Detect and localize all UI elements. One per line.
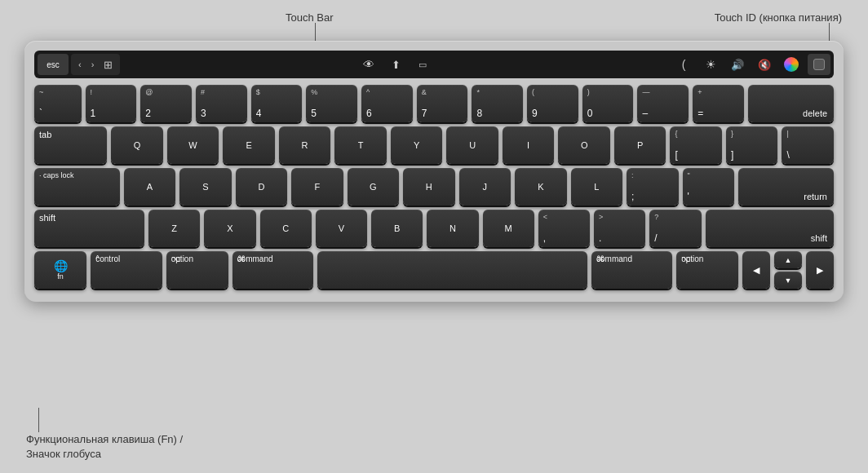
key-tab[interactable]: tab [34,126,107,164]
key-2[interactable]: @ 2 [140,85,192,122]
touchbar-label: Touch Bar [286,11,334,24]
key-5[interactable]: % 5 [306,85,357,122]
key-0[interactable]: ) 0 [582,85,634,122]
key-arrow-down[interactable]: ▼ [774,272,802,289]
key-g[interactable]: G [348,168,399,206]
key-command-right[interactable]: ⌘ command [591,251,672,289]
key-option-right[interactable]: ⌥ option [676,251,738,289]
key-arrow-right[interactable]: ▶ [806,251,834,289]
key-rows: ~ ` ! 1 @ 2 # 3 $ 4 % 5 [34,85,834,289]
key-w[interactable]: W [167,126,219,164]
fn-callout-line [38,408,39,432]
key-h[interactable]: H [403,168,454,206]
key-8[interactable]: * 8 [472,85,523,122]
key-period[interactable]: > . [594,210,645,247]
key-b[interactable]: B [371,210,423,247]
key-7[interactable]: & 7 [417,85,468,122]
touchbar-screen[interactable]: ▭ [410,54,435,75]
key-a[interactable]: A [124,168,175,206]
key-arrow-updown: ▲ ▼ [774,251,802,289]
key-r[interactable]: R [279,126,331,164]
key-shift-right[interactable]: shift [706,210,835,247]
touchbar-forward[interactable]: › [87,55,99,73]
siri-icon [784,57,799,72]
key-bracket-open[interactable]: { [ [670,126,722,164]
key-c[interactable]: C [260,210,312,247]
key-option-left[interactable]: ⌥ option [166,251,228,289]
key-f[interactable]: F [291,168,343,206]
touchid-label: Touch ID (кнопка питания) [715,11,842,24]
key-minus[interactable]: — – [637,85,689,122]
row-asdf: · caps lock A S D F G H J K L : ; " ' re… [34,168,834,206]
key-arrow-left[interactable]: ◀ [742,251,770,289]
key-capslock[interactable]: · caps lock [34,168,120,206]
touchbar-volume[interactable]: 🔊 [725,54,750,75]
key-delete[interactable]: delete [748,85,834,122]
touch-id-icon [813,59,825,70]
touchbar-share[interactable]: ⬆ [383,54,408,75]
key-s[interactable]: S [179,168,231,206]
key-6[interactable]: ^ 6 [361,85,413,122]
key-o[interactable]: O [558,126,610,164]
key-v[interactable]: V [316,210,367,247]
key-i[interactable]: I [503,126,555,164]
touchbar-back[interactable]: ‹ [74,55,86,73]
key-1[interactable]: ! 1 [86,85,137,122]
row-zxcv: shift Z X C V B N M < , > . ? / shift [34,210,834,247]
key-j[interactable]: J [459,168,511,206]
key-comma[interactable]: < , [538,210,590,247]
key-control[interactable]: ^ control [91,251,162,289]
key-4[interactable]: $ 4 [251,85,303,122]
touchbar-mute[interactable]: 🔇 [752,54,777,75]
key-p[interactable]: P [614,126,666,164]
key-command-left[interactable]: ⌘ command [232,251,313,289]
key-space[interactable] [317,251,587,289]
key-shift-left[interactable]: shift [34,210,144,247]
arrow-group: ◀ ▲ ▼ ▶ [742,251,834,289]
keyboard: esc ‹ › ⊞ 👁 ⬆ ▭ ( ☀ 🔊 🔇 ~ ` ! [24,41,844,302]
key-d[interactable]: D [236,168,287,206]
key-9[interactable]: ( 9 [527,85,578,122]
key-x[interactable]: X [204,210,255,247]
key-m[interactable]: M [483,210,534,247]
key-return[interactable]: return [738,168,834,206]
key-n[interactable]: N [427,210,478,247]
row-bottom: 🌐 fn ^ control ⌥ option ⌘ command ⌘ comm… [34,251,834,289]
key-semicolon[interactable]: : ; [627,168,678,206]
key-k[interactable]: K [515,168,566,206]
row-qwerty: tab Q W E R T Y U I O P { [ } ] | \ [34,126,834,164]
fn-label: Функциональная клавиша (Fn) /Значок глоб… [26,432,183,462]
key-fn[interactable]: 🌐 fn [34,251,86,289]
touchbar-eye[interactable]: 👁 [356,54,381,75]
row-numbers: ~ ` ! 1 @ 2 # 3 $ 4 % 5 [34,85,834,122]
touchbar-nav-group: ‹ › ⊞ [71,54,120,75]
key-arrow-up[interactable]: ▲ [774,251,802,268]
key-equals[interactable]: + = [693,85,744,122]
key-slash[interactable]: ? / [649,210,701,247]
touchbar-esc[interactable]: esc [38,54,69,75]
touchbar-siri[interactable] [779,54,804,75]
touch-id-button[interactable] [808,54,830,75]
key-tilde[interactable]: ~ ` [34,85,82,122]
key-y[interactable]: Y [391,126,443,164]
key-t[interactable]: T [334,126,387,164]
key-e[interactable]: E [223,126,275,164]
touch-bar: esc ‹ › ⊞ 👁 ⬆ ▭ ( ☀ 🔊 🔇 [34,51,834,78]
key-u[interactable]: U [446,126,498,164]
key-z[interactable]: Z [148,210,200,247]
key-backslash[interactable]: | \ [782,126,834,164]
key-quote[interactable]: " ' [683,168,734,206]
key-q[interactable]: Q [111,126,163,164]
touchbar-paren[interactable]: ( [671,54,696,75]
key-3[interactable]: # 3 [196,85,247,122]
touchbar-brightness[interactable]: ☀ [698,54,723,75]
touchbar-grid[interactable]: ⊞ [100,55,117,73]
key-l[interactable]: L [571,168,622,206]
key-bracket-close[interactable]: } ] [726,126,778,164]
